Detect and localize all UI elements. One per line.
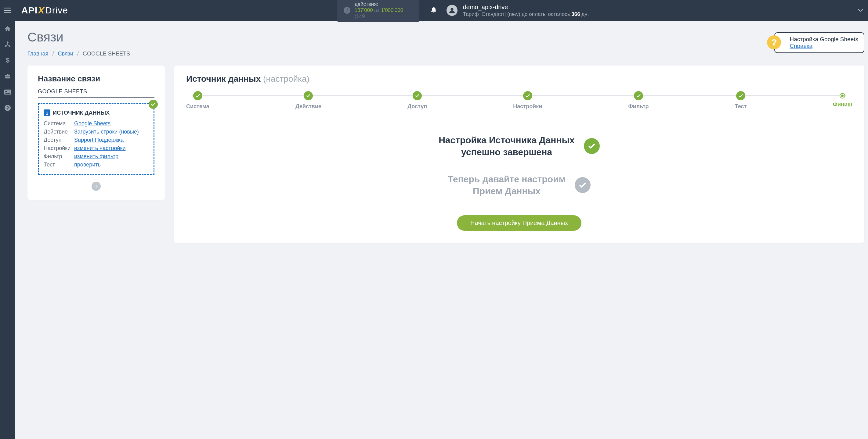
breadcrumb-home[interactable]: Главная <box>28 50 49 57</box>
breadcrumb-current: GOOGLE SHEETS <box>83 50 130 57</box>
bell-icon[interactable] <box>430 7 437 14</box>
stepper-step-label: Настройки <box>513 103 542 110</box>
connection-name[interactable]: GOOGLE SHEETS <box>38 89 154 98</box>
step-done-icon <box>193 91 203 100</box>
breadcrumb: Главная / Связи / GOOGLE SHEETS <box>28 50 130 57</box>
pending-check-icon <box>575 177 591 193</box>
success-status-text: Настройка Источника Данных успешно завер… <box>439 134 575 158</box>
source-setup-card: Источник данных (настройка) СистемаДейст… <box>174 66 864 243</box>
user-block[interactable]: demo_apix-drive Тариф |Стандарт| (new) д… <box>463 3 589 18</box>
svg-point-2 <box>451 8 453 11</box>
source-row-label: Настройки <box>44 145 74 151</box>
actions-counter: действия: 137'000 из 1'000'000 (149 <box>355 1 413 20</box>
source-row-label: Действие <box>44 129 74 135</box>
source-block[interactable]: 1 ИСТОЧНИК ДАННЫХ СистемаGoogle SheetsДе… <box>38 103 154 175</box>
svg-text:$: $ <box>6 57 9 64</box>
stepper-step[interactable]: Система <box>186 91 209 110</box>
stepper-step-label: Действие <box>296 103 321 110</box>
sidebar-home-icon[interactable] <box>0 21 15 37</box>
source-title: ИСТОЧНИК ДАННЫХ <box>53 110 110 116</box>
svg-point-3 <box>7 41 8 43</box>
help-box[interactable]: ? Настройка Google Sheets Справка <box>774 32 864 53</box>
stepper-step[interactable]: Действие <box>296 91 321 110</box>
svg-text:?: ? <box>6 105 9 110</box>
right-card-heading: Источник данных (настройка) <box>186 74 852 84</box>
stepper-step[interactable]: Настройки <box>513 91 542 110</box>
source-row-label: Система <box>44 121 74 127</box>
actions-pill[interactable]: i действия: 137'000 из 1'000'000 (149 <box>337 0 420 22</box>
source-row-label: Доступ <box>44 137 74 143</box>
sidebar: $ ? <box>0 21 15 439</box>
logo[interactable]: APIXDrive <box>21 5 68 15</box>
connection-name-card: Название связи GOOGLE SHEETS 1 ИСТОЧНИК … <box>28 66 165 200</box>
sidebar-card-icon[interactable] <box>0 84 15 100</box>
start-destination-setup-button[interactable]: Начать настройку Приема Данных <box>457 215 581 231</box>
source-row-value[interactable]: изменить фильтр <box>74 153 149 160</box>
step-done-icon <box>736 91 745 100</box>
add-destination-button[interactable]: + <box>92 182 101 191</box>
stepper-step[interactable]: Доступ <box>407 91 427 110</box>
topbar: APIXDrive i действия: 137'000 из 1'000'0… <box>0 0 868 21</box>
sidebar-connections-icon[interactable] <box>0 37 15 53</box>
stepper-step[interactable]: Фильтр <box>628 91 649 110</box>
sidebar-briefcase-icon[interactable] <box>0 68 15 84</box>
help-link[interactable]: Справка <box>789 43 858 49</box>
stepper-step-label: Система <box>186 103 209 110</box>
source-number-badge: 1 <box>44 109 50 116</box>
step-done-icon <box>413 91 422 100</box>
step-done-icon <box>634 91 643 100</box>
step-done-icon <box>523 91 532 100</box>
avatar-icon[interactable] <box>446 5 458 16</box>
pending-status-text: Теперь давайте настроим Прием Данных <box>448 173 565 197</box>
source-row-value[interactable]: изменить настройки <box>74 145 149 151</box>
stepper-step[interactable]: Финиш <box>833 93 852 108</box>
stepper-step-label: Доступ <box>407 103 427 110</box>
step-current-dot <box>840 93 845 98</box>
step-done-icon <box>304 91 313 100</box>
sidebar-billing-icon[interactable]: $ <box>0 53 15 68</box>
source-complete-badge <box>149 100 158 109</box>
success-check-icon <box>584 138 600 154</box>
chevron-down-icon[interactable] <box>858 9 863 12</box>
main: Связи Главная / Связи / GOOGLE SHEETS ? … <box>15 0 868 243</box>
source-row-value[interactable]: Google Sheets <box>74 121 149 127</box>
source-row-label: Фильтр <box>44 153 74 160</box>
menu-toggle[interactable] <box>0 0 15 21</box>
sidebar-help-icon[interactable]: ? <box>0 100 15 116</box>
stepper-step-label: Финиш <box>833 102 852 108</box>
source-row-value[interactable]: проверить <box>74 162 149 168</box>
left-card-heading: Название связи <box>38 74 154 83</box>
svg-point-8 <box>5 91 7 92</box>
source-row-value[interactable]: Загрузить строки (новые) <box>74 129 149 135</box>
page-title: Связи <box>28 30 130 44</box>
help-question-icon: ? <box>767 35 781 49</box>
stepper-step[interactable]: Тест <box>735 91 747 110</box>
stepper: СистемаДействиеДоступНастройкиФильтрТест… <box>186 91 852 110</box>
breadcrumb-links[interactable]: Связи <box>58 50 73 57</box>
stepper-step-label: Фильтр <box>628 103 649 110</box>
stepper-step-label: Тест <box>735 103 747 110</box>
source-row-label: Тест <box>44 162 74 168</box>
info-icon: i <box>344 7 350 14</box>
source-row-value[interactable]: Support Поддержка <box>74 137 149 143</box>
